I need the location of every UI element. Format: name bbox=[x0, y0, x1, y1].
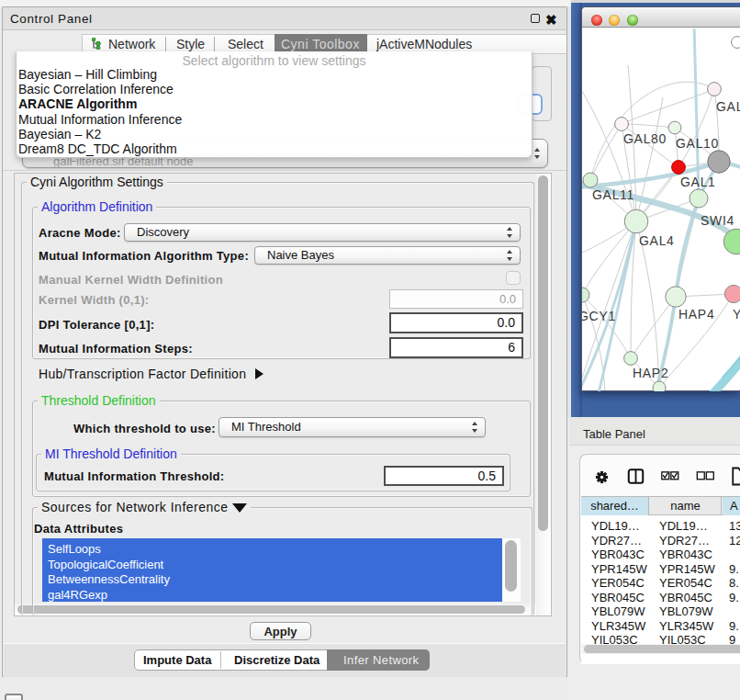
svg-text:SWI4: SWI4 bbox=[701, 213, 734, 228]
svg-text:GAL4: GAL4 bbox=[639, 233, 675, 248]
svg-text:GCY1: GCY1 bbox=[582, 309, 616, 323]
svg-text:GAL: GAL bbox=[716, 99, 740, 114]
svg-text:GAL10: GAL10 bbox=[676, 136, 719, 151]
svg-text:GAL80: GAL80 bbox=[623, 131, 667, 146]
svg-text:HAP2: HAP2 bbox=[633, 366, 668, 380]
svg-text:Y: Y bbox=[733, 307, 740, 322]
svg-text:GAL1: GAL1 bbox=[680, 175, 716, 189]
svg-text:HAP4: HAP4 bbox=[678, 307, 714, 322]
svg-text:GAL11: GAL11 bbox=[592, 187, 634, 202]
